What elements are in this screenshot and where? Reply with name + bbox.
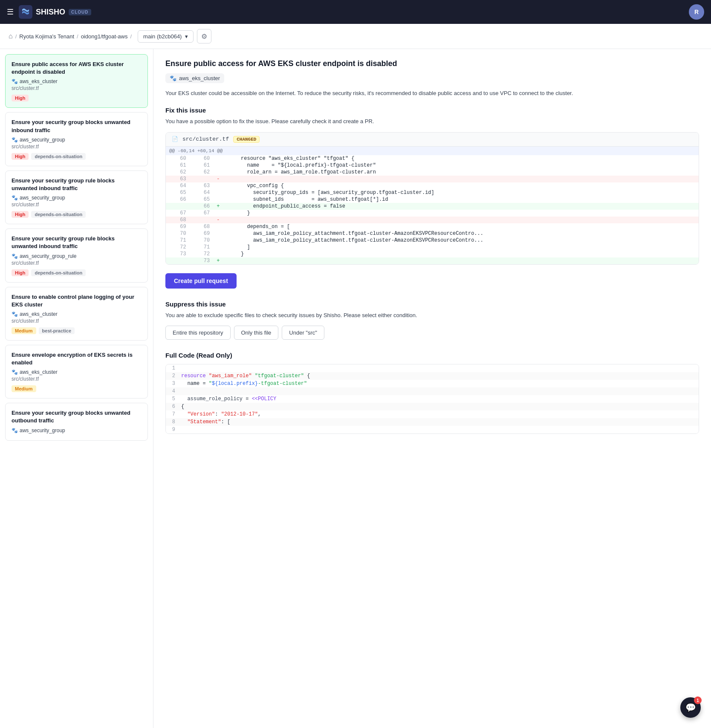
issue-card-file: src/cluster.tf [12, 202, 142, 208]
dropdown-chevron-icon: ▾ [185, 33, 188, 40]
resource-type-icon: 🐾 [12, 195, 18, 201]
sidebar-issue-card-0[interactable]: Ensure public access for AWS EKS cluster… [5, 54, 148, 108]
changed-badge: CHANGED [233, 136, 260, 143]
code-line-1: 1 [166, 364, 699, 372]
issue-card-badges: Highdepends-on-situation [12, 211, 142, 218]
old-line-num: 61 [166, 162, 190, 169]
branch-dropdown[interactable]: main (b2cb064) ▾ [138, 30, 194, 43]
code-header: 📄 src/cluster.tf CHANGED [166, 133, 699, 147]
line-number: 4 [169, 388, 181, 394]
old-line-num: 69 [166, 223, 190, 230]
old-line-num: 71 [166, 237, 190, 244]
sidebar-issue-card-4[interactable]: Ensure to enable control plane logging o… [5, 287, 148, 341]
badge-depends-on-situation: depends-on-situation [31, 153, 86, 160]
line-number: 9 [169, 427, 181, 433]
sidebar-issue-card-6[interactable]: Ensure your security group blocks unwant… [5, 403, 148, 440]
sidebar-issue-card-1[interactable]: Ensure your security group blocks unwant… [5, 112, 148, 166]
resource-type-label: aws_security_group_rule [20, 253, 76, 259]
breadcrumb-sep-2: / [77, 33, 78, 40]
diff-code: } [231, 251, 699, 257]
diff-code [231, 257, 699, 264]
diff-sign: - [213, 217, 231, 223]
diff-row-15: 73 + [166, 257, 699, 264]
suppress-btn-2[interactable]: Under "src" [282, 326, 324, 340]
line-number: 7 [169, 411, 181, 417]
chat-badge: 1 [694, 696, 702, 704]
diff-row-12: 71 70 aws_iam_role_policy_attachment.tfg… [166, 237, 699, 244]
navbar-left: ☰ SHISHO CLOUD [7, 5, 91, 19]
diff-sign: + [213, 257, 231, 264]
new-line-num [190, 176, 214, 182]
suppress-buttons: Entire this repositoryOnly this fileUnde… [165, 326, 699, 340]
code-filename: src/cluster.tf [182, 136, 229, 142]
repo-link[interactable]: oidong1/tfgoat-aws [81, 33, 128, 40]
tenant-link[interactable]: Ryota Kojima's Tenant [19, 33, 74, 40]
diff-sign [213, 230, 231, 237]
new-line-num: 71 [190, 244, 214, 251]
old-line-num: 68 [166, 217, 190, 223]
diff-row-14: 73 72 } [166, 251, 699, 257]
diff-row-7: 66 + endpoint_public_access = false [166, 203, 699, 210]
logo: SHISHO CLOUD [19, 5, 91, 19]
line-number: 3 [169, 381, 181, 387]
new-line-num: 62 [190, 169, 214, 176]
issue-card-badges: Mediumbest-practice [12, 327, 142, 334]
old-line-num: 70 [166, 230, 190, 237]
code-line-9: 9 [166, 426, 699, 433]
breadcrumb-bar: ⌂ / Ryota Kojima's Tenant / oidong1/tfgo… [0, 24, 711, 49]
line-content: { [181, 404, 184, 410]
create-pr-button[interactable]: Create pull request [165, 273, 237, 289]
branch-name: main (b2cb064) [143, 33, 182, 40]
full-code-title: Full Code (Read Only) [165, 352, 699, 359]
line-content: assume_role_policy = <<POLICY [181, 396, 276, 402]
resource-type-icon: 🐾 [12, 78, 18, 84]
line-content: name = "${local.prefix}-tfgoat-cluster" [181, 381, 307, 387]
chat-bubble[interactable]: 💬 1 [680, 697, 701, 718]
logo-text: SHISHO [36, 8, 65, 17]
new-line-num: 69 [190, 230, 214, 237]
code-line-8: 8 "Statement": [ [166, 418, 699, 426]
sidebar-issue-card-3[interactable]: Ensure your security group rule blocks u… [5, 228, 148, 282]
diff-row-2: 62 62 role_arn = aws_iam_role.tfgoat-clu… [166, 169, 699, 176]
settings-button[interactable]: ⚙ [197, 29, 211, 43]
diff-code: aws_iam_role_policy_attachment.tfgoat-cl… [231, 230, 699, 237]
diff-sign [213, 210, 231, 217]
issue-card-file: src/cluster.tf [12, 85, 142, 91]
sidebar-issue-card-5[interactable]: Ensure envelope encryption of EKS secret… [5, 345, 148, 399]
hamburger-icon[interactable]: ☰ [7, 7, 14, 17]
issue-card-title: Ensure your security group rule blocks u… [12, 177, 142, 192]
badge-medium: Medium [12, 327, 36, 334]
suppress-btn-0[interactable]: Entire this repository [165, 326, 231, 340]
new-line-num: 65 [190, 196, 214, 203]
line-number: 1 [169, 365, 181, 371]
diff-code: depends_on = [ [231, 223, 699, 230]
resource-type-icon: 🐾 [12, 428, 18, 433]
new-line-num: 63 [190, 182, 214, 189]
diff-row-1: 61 61 name = "${local.prefix}-tfgoat-clu… [166, 162, 699, 169]
diff-row-3: 63 - [166, 176, 699, 182]
diff-sign [213, 196, 231, 203]
resource-type-label: aws_eks_cluster [20, 78, 58, 84]
sidebar-issue-card-2[interactable]: Ensure your security group rule blocks u… [5, 170, 148, 224]
issue-card-title: Ensure your security group blocks unwant… [12, 409, 142, 425]
diff-table: @@ -60,14 +60,14 @@ 60 60 resource "aws_… [166, 147, 699, 264]
diff-code: aws_iam_role_policy_attachment.tfgoat-cl… [231, 237, 699, 244]
user-avatar[interactable]: R [689, 4, 704, 20]
badge-high: High [12, 95, 29, 101]
issue-card-badges: Highdepends-on-situation [12, 153, 142, 160]
old-line-num [166, 203, 190, 210]
suppress-btn-1[interactable]: Only this file [234, 326, 279, 340]
line-number: 8 [169, 419, 181, 425]
diff-code: } [231, 210, 699, 217]
diff-sign [213, 189, 231, 196]
diff-sign: - [213, 176, 231, 182]
resource-type-label: aws_eks_cluster [20, 311, 58, 317]
home-icon[interactable]: ⌂ [9, 32, 13, 40]
code-line-4: 4 [166, 387, 699, 395]
diff-code: resource "aws_eks_cluster" "tfgoat" { [231, 155, 699, 162]
new-line-num: 61 [190, 162, 214, 169]
diff-code [231, 217, 699, 223]
code-line-6: 6 { [166, 403, 699, 410]
new-line-num: 73 [190, 257, 214, 264]
resource-type-label: aws_security_group [20, 428, 65, 433]
